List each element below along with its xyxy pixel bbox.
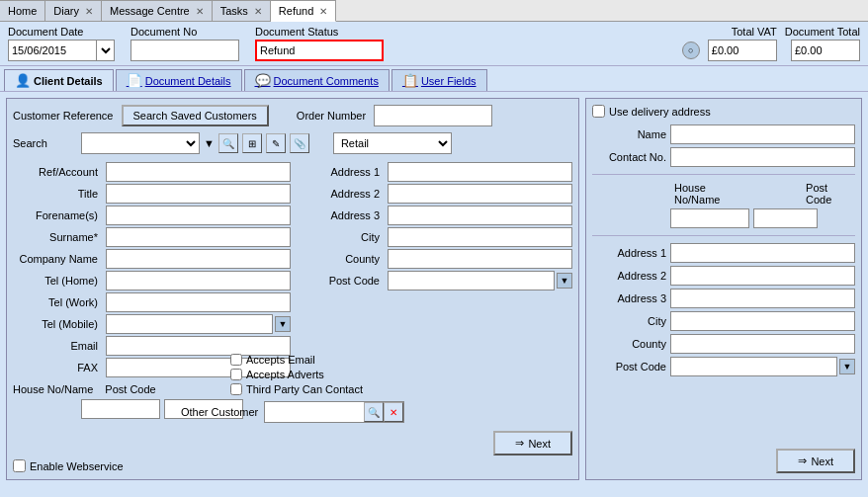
edit-icon-btn[interactable]: ✎ bbox=[266, 133, 286, 153]
sub-tab-document-details[interactable]: 📄 Document Details bbox=[116, 69, 242, 91]
county-input[interactable] bbox=[388, 249, 572, 269]
delivery-postcode-icon[interactable]: ▼ bbox=[839, 359, 855, 374]
delivery-addr1-input[interactable] bbox=[670, 243, 855, 263]
doc-total-input[interactable] bbox=[791, 40, 860, 61]
email-input[interactable] bbox=[106, 336, 291, 356]
header-area: Document Date ▼ Document No Document Sta… bbox=[0, 22, 868, 66]
search-select[interactable] bbox=[81, 132, 200, 154]
tel-home-input[interactable] bbox=[106, 271, 291, 290]
retail-select[interactable]: Retail bbox=[333, 132, 452, 154]
next-button-right[interactable]: ⇒ Next bbox=[776, 449, 855, 473]
tab-refund[interactable]: Refund ✕ bbox=[271, 0, 336, 22]
company-input[interactable] bbox=[106, 249, 291, 269]
delivery-addr3-input[interactable] bbox=[670, 289, 855, 308]
tab-refund-close[interactable]: ✕ bbox=[319, 6, 327, 17]
delivery-county-input[interactable] bbox=[670, 334, 855, 354]
tab-message-centre-close[interactable]: ✕ bbox=[196, 6, 204, 17]
city-input[interactable] bbox=[388, 227, 572, 247]
doc-date-input[interactable] bbox=[8, 40, 97, 61]
postcode-input[interactable] bbox=[388, 271, 555, 290]
accepts-adverts-checkbox[interactable] bbox=[230, 369, 242, 380]
user-fields-icon: 📋 bbox=[402, 73, 418, 88]
ref-account-input[interactable] bbox=[106, 162, 291, 182]
tel-mobile-icon[interactable]: ▼ bbox=[275, 316, 291, 332]
search-label: Search bbox=[13, 137, 77, 149]
accepts-adverts-item: Accepts Adverts bbox=[230, 369, 572, 380]
postcode-label: Post Code bbox=[295, 275, 384, 287]
search-saved-customers-button[interactable]: Search Saved Customers bbox=[122, 105, 269, 126]
forename-input[interactable] bbox=[106, 206, 291, 225]
vat-circle-btn[interactable]: ○ bbox=[682, 41, 700, 59]
sub-tab-user-fields[interactable]: 📋 User Fields bbox=[391, 69, 487, 91]
accepts-email-checkbox[interactable] bbox=[230, 354, 242, 366]
addr1-input[interactable] bbox=[388, 162, 572, 182]
total-vat-label: Total VAT bbox=[732, 26, 777, 38]
tab-message-centre[interactable]: Message Centre ✕ bbox=[102, 0, 213, 21]
surname-label: Surname* bbox=[13, 231, 102, 243]
delivery-postcode-input[interactable] bbox=[670, 357, 837, 376]
search-icon-btn[interactable]: 🔍 bbox=[218, 133, 238, 153]
house-post-headers: House No/Name Post Code bbox=[596, 182, 855, 206]
name-input[interactable] bbox=[670, 124, 855, 144]
other-customer-input-wrap: 🔍 ✕ bbox=[264, 401, 404, 423]
doc-no-input[interactable] bbox=[130, 40, 239, 61]
left-panel: Customer Reference Search Saved Customer… bbox=[6, 98, 579, 480]
other-customer-input[interactable] bbox=[265, 402, 364, 422]
delivery-post-input[interactable] bbox=[753, 208, 818, 228]
customer-search-row: Customer Reference Search Saved Customer… bbox=[13, 105, 572, 126]
addr3-input[interactable] bbox=[388, 206, 572, 225]
contact-input[interactable] bbox=[670, 147, 855, 167]
tel-work-input[interactable] bbox=[106, 292, 291, 312]
clip-icon-btn[interactable]: 📎 bbox=[290, 133, 309, 153]
order-number-input[interactable] bbox=[374, 105, 492, 126]
other-customer-clear-btn[interactable]: ✕ bbox=[384, 402, 403, 422]
sub-tab-document-comments[interactable]: 💬 Document Comments bbox=[244, 69, 390, 91]
delivery-county-label: County bbox=[592, 338, 666, 350]
spacer bbox=[596, 182, 670, 206]
sub-tabs-bar: 👤 Client Details 📄 Document Details 💬 Do… bbox=[0, 66, 868, 92]
tab-refund-label: Refund bbox=[279, 5, 313, 17]
tab-diary-close[interactable]: ✕ bbox=[85, 6, 93, 17]
enable-webservice-label: Enable Webservice bbox=[30, 460, 124, 472]
next-button-left[interactable]: ⇒ Next bbox=[493, 431, 572, 456]
tab-diary[interactable]: Diary ✕ bbox=[45, 0, 102, 21]
sub-tab-client-details[interactable]: 👤 Client Details bbox=[4, 69, 114, 91]
tab-home-label: Home bbox=[8, 5, 37, 17]
third-party-checkbox[interactable] bbox=[230, 383, 242, 395]
tab-home[interactable]: Home bbox=[0, 0, 45, 21]
addr2-input[interactable] bbox=[388, 184, 572, 204]
next-btn-area-left: ⇒ Next bbox=[13, 431, 572, 456]
grid-icon-btn[interactable]: ⊞ bbox=[242, 133, 262, 153]
delivery-postcode-label: Post Code bbox=[592, 361, 666, 373]
post-code-header: Post Code bbox=[806, 182, 855, 206]
name-row: Name bbox=[592, 124, 855, 144]
accepts-email-item: Accepts Email bbox=[230, 354, 572, 366]
order-number-label: Order Number bbox=[297, 110, 366, 122]
enable-webservice-checkbox[interactable] bbox=[13, 459, 26, 472]
other-customer-search-btn[interactable]: 🔍 bbox=[364, 402, 384, 422]
delivery-house-input[interactable] bbox=[670, 208, 749, 228]
document-comments-icon: 💬 bbox=[255, 73, 271, 88]
house-post-inputs bbox=[670, 208, 855, 228]
tab-tasks-close[interactable]: ✕ bbox=[254, 6, 262, 17]
delivery-city-input[interactable] bbox=[670, 311, 855, 331]
title-input[interactable] bbox=[106, 184, 291, 204]
tel-mobile-input[interactable] bbox=[106, 314, 273, 334]
tel-work-label: Tel (Work) bbox=[13, 296, 102, 308]
next-button-left-label: Next bbox=[528, 438, 551, 450]
surname-input[interactable] bbox=[106, 227, 291, 247]
next-arrow-icon-right: ⇒ bbox=[798, 455, 807, 467]
house-label: House No/Name bbox=[13, 383, 97, 395]
next-button-right-label: Next bbox=[811, 456, 833, 467]
doc-date-dropdown[interactable]: ▼ bbox=[97, 40, 115, 61]
tab-tasks[interactable]: Tasks ✕ bbox=[213, 0, 271, 21]
postcode-icon[interactable]: ▼ bbox=[557, 273, 572, 289]
right-panel: Use delivery address Name Contact No. Ho… bbox=[585, 98, 862, 480]
total-vat-input[interactable] bbox=[708, 40, 777, 61]
use-delivery-checkbox[interactable] bbox=[592, 105, 605, 118]
customer-form: Ref/Account Address 1 Title Address 2 Fo… bbox=[13, 162, 572, 377]
doc-status-input[interactable] bbox=[255, 40, 384, 61]
delivery-addr2-input[interactable] bbox=[670, 266, 855, 286]
delivery-addr3-label: Address 3 bbox=[592, 292, 666, 304]
doc-date-label: Document Date bbox=[8, 26, 115, 38]
